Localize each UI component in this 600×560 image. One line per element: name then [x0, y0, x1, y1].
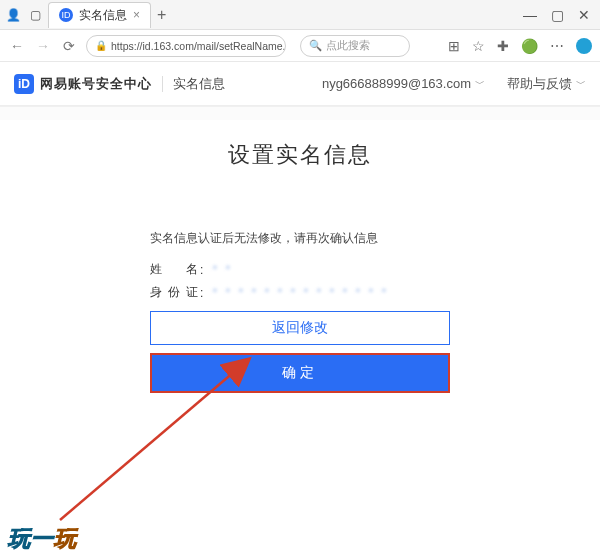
account-email: nyg666888999@163.com: [322, 76, 471, 91]
browser-tab[interactable]: ID 实名信息 ×: [48, 2, 151, 28]
field-id-row: 身份证 : ＊＊＊＊＊＊＊＊＊＊＊＊＊＊: [150, 284, 450, 301]
tab-favicon: ID: [59, 8, 73, 22]
site-logo[interactable]: iD: [14, 74, 34, 94]
tab-close-icon[interactable]: ×: [133, 8, 140, 22]
favorites-icon[interactable]: ☆: [472, 38, 485, 54]
window-minimize-icon[interactable]: —: [523, 7, 537, 23]
watermark: 玩一玩: [8, 524, 77, 554]
back-modify-label: 返回修改: [272, 319, 328, 337]
watermark-part2: 玩: [54, 526, 77, 551]
lock-icon: 🔒: [95, 40, 107, 51]
account-sync-icon[interactable]: 🟢: [521, 38, 538, 54]
field-name-value: ＊＊: [209, 261, 259, 278]
nav-refresh-icon[interactable]: ⟳: [60, 38, 78, 54]
realname-form: 实名信息认证后无法修改，请再次确认信息 姓 名 : ＊＊ 身份证 : ＊＊＊＊＊…: [150, 230, 450, 393]
confirm-button[interactable]: 确定: [152, 355, 448, 391]
browser-search-input[interactable]: 🔍 点此搜索: [300, 35, 410, 57]
search-placeholder: 点此搜索: [326, 39, 370, 53]
notice-text: 实名信息认证后无法修改，请再次确认信息: [150, 230, 450, 247]
site-header: iD 网易账号安全中心 实名信息 nyg666888999@163.com ﹀ …: [0, 62, 600, 106]
back-modify-button[interactable]: 返回修改: [150, 311, 450, 345]
url-input[interactable]: 🔒 https://id.163.com/mail/setRealName.ht…: [86, 35, 286, 57]
colon: :: [200, 286, 203, 300]
window-close-icon[interactable]: ✕: [578, 7, 590, 23]
browser-titlebar: 👤 ▢ ID 实名信息 × + — ▢ ✕: [0, 0, 600, 30]
tab-title: 实名信息: [79, 7, 127, 24]
colon: :: [200, 263, 203, 277]
search-icon: 🔍: [309, 39, 322, 52]
page-background-strip: [0, 106, 600, 120]
help-label: 帮助与反馈: [507, 75, 572, 93]
breadcrumb: 实名信息: [173, 75, 225, 93]
field-id-label: 身份证: [150, 284, 200, 301]
nav-back-icon[interactable]: ←: [8, 38, 26, 54]
browser-address-bar: ← → ⟳ 🔒 https://id.163.com/mail/setRealN…: [0, 30, 600, 62]
help-dropdown[interactable]: 帮助与反馈 ﹀: [507, 75, 586, 93]
extensions-icon[interactable]: ⊞: [448, 38, 460, 54]
window-maximize-icon[interactable]: ▢: [551, 7, 564, 23]
confirm-label: 确定: [282, 364, 318, 382]
url-text: https://id.163.com/mail/setRealName.ht…: [111, 40, 286, 52]
site-brand[interactable]: 网易账号安全中心: [40, 75, 152, 93]
account-dropdown[interactable]: nyg666888999@163.com ﹀: [322, 76, 485, 91]
profile-icon[interactable]: 👤: [6, 8, 20, 22]
header-divider: [162, 76, 163, 92]
field-name-row: 姓 名 : ＊＊: [150, 261, 450, 278]
collections-icon[interactable]: ✚: [497, 38, 509, 54]
main-content: 设置实名信息 实名信息认证后无法修改，请再次确认信息 姓 名 : ＊＊ 身份证 …: [0, 120, 600, 560]
chevron-down-icon: ﹀: [475, 77, 485, 91]
confirm-button-highlight: 确定: [150, 353, 450, 393]
new-tab-button[interactable]: +: [157, 6, 166, 24]
page-title: 设置实名信息: [0, 140, 600, 170]
chevron-down-icon: ﹀: [576, 77, 586, 91]
nav-forward-icon: →: [34, 38, 52, 54]
field-id-value: ＊＊＊＊＊＊＊＊＊＊＊＊＊＊: [209, 284, 359, 301]
more-icon[interactable]: ⋯: [550, 38, 564, 54]
copilot-icon[interactable]: [576, 38, 592, 54]
field-name-label: 姓 名: [150, 261, 200, 278]
window-icon[interactable]: ▢: [28, 8, 42, 22]
watermark-part1: 玩一: [8, 526, 54, 551]
